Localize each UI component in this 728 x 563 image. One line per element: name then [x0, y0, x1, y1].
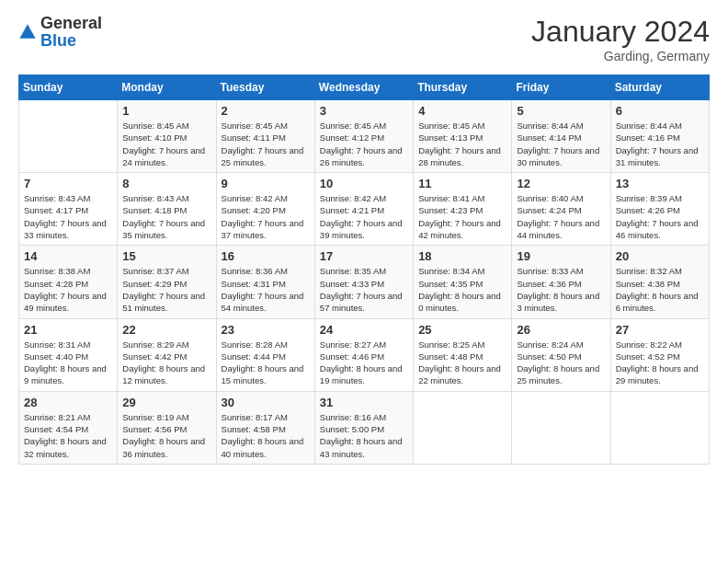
calendar-day-header: Friday	[512, 75, 610, 100]
calendar-week-row: 7 Sunrise: 8:43 AMSunset: 4:17 PMDayligh…	[19, 173, 710, 246]
title-block: January 2024 Garding, Germany	[531, 15, 710, 63]
page-header: General Blue January 2024 Garding, Germa…	[18, 15, 710, 63]
calendar-day-header: Wednesday	[314, 75, 413, 100]
calendar-cell: 10 Sunrise: 8:42 AMSunset: 4:21 PMDaylig…	[314, 173, 413, 246]
calendar-cell: 21 Sunrise: 8:31 AMSunset: 4:40 PMDaylig…	[19, 318, 118, 391]
calendar-cell: 12 Sunrise: 8:40 AMSunset: 4:24 PMDaylig…	[512, 173, 610, 246]
calendar-week-row: 28 Sunrise: 8:21 AMSunset: 4:54 PMDaylig…	[19, 391, 710, 464]
day-info: Sunrise: 8:45 AMSunset: 4:11 PMDaylight:…	[222, 120, 310, 168]
day-number: 29	[122, 396, 210, 409]
day-info: Sunrise: 8:42 AMSunset: 4:20 PMDaylight:…	[222, 192, 310, 241]
calendar-cell: 16 Sunrise: 8:36 AMSunset: 4:31 PMDaylig…	[216, 246, 314, 318]
day-number: 14	[24, 249, 112, 263]
calendar-cell: 27 Sunrise: 8:22 AMSunset: 4:52 PMDaylig…	[610, 318, 709, 391]
day-number: 31	[320, 396, 408, 409]
calendar-cell	[610, 391, 709, 464]
calendar-week-row: 21 Sunrise: 8:31 AMSunset: 4:40 PMDaylig…	[19, 318, 710, 391]
day-number: 3	[320, 104, 408, 118]
calendar-cell: 28 Sunrise: 8:21 AMSunset: 4:54 PMDaylig…	[19, 391, 118, 464]
day-info: Sunrise: 8:40 AMSunset: 4:24 PMDaylight:…	[517, 192, 605, 241]
logo: General Blue	[18, 15, 102, 50]
day-info: Sunrise: 8:42 AMSunset: 4:21 PMDaylight:…	[320, 192, 408, 241]
day-number: 8	[122, 177, 210, 190]
calendar-cell	[414, 391, 512, 464]
calendar-cell: 31 Sunrise: 8:16 AMSunset: 5:00 PMDaylig…	[314, 391, 413, 464]
day-info: Sunrise: 8:31 AMSunset: 4:40 PMDaylight:…	[24, 339, 112, 387]
day-number: 11	[418, 177, 506, 190]
calendar-day-header: Tuesday	[216, 75, 314, 100]
calendar-cell: 13 Sunrise: 8:39 AMSunset: 4:26 PMDaylig…	[610, 173, 709, 246]
day-info: Sunrise: 8:24 AMSunset: 4:50 PMDaylight:…	[517, 339, 605, 387]
svg-marker-0	[19, 24, 35, 38]
calendar-day-header: Saturday	[610, 75, 709, 100]
calendar-cell: 26 Sunrise: 8:24 AMSunset: 4:50 PMDaylig…	[512, 318, 610, 391]
calendar-header-row: SundayMondayTuesdayWednesdayThursdayFrid…	[19, 75, 710, 100]
day-info: Sunrise: 8:25 AMSunset: 4:48 PMDaylight:…	[418, 339, 506, 387]
day-number: 6	[616, 104, 704, 118]
day-info: Sunrise: 8:39 AMSunset: 4:26 PMDaylight:…	[616, 192, 704, 241]
calendar-cell: 2 Sunrise: 8:45 AMSunset: 4:11 PMDayligh…	[216, 100, 314, 173]
day-number: 27	[616, 323, 704, 337]
day-info: Sunrise: 8:27 AMSunset: 4:46 PMDaylight:…	[320, 339, 408, 387]
calendar-cell: 23 Sunrise: 8:28 AMSunset: 4:44 PMDaylig…	[216, 318, 314, 391]
day-number: 2	[222, 104, 310, 118]
calendar-cell: 14 Sunrise: 8:38 AMSunset: 4:28 PMDaylig…	[19, 246, 118, 318]
day-info: Sunrise: 8:38 AMSunset: 4:28 PMDaylight:…	[24, 265, 112, 314]
day-info: Sunrise: 8:37 AMSunset: 4:29 PMDaylight:…	[122, 265, 210, 314]
calendar-cell: 4 Sunrise: 8:45 AMSunset: 4:13 PMDayligh…	[414, 100, 512, 173]
day-number: 12	[517, 177, 605, 190]
day-info: Sunrise: 8:44 AMSunset: 4:14 PMDaylight:…	[517, 120, 605, 168]
day-number: 10	[320, 177, 408, 190]
calendar-cell: 17 Sunrise: 8:35 AMSunset: 4:33 PMDaylig…	[314, 246, 413, 318]
day-info: Sunrise: 8:29 AMSunset: 4:42 PMDaylight:…	[122, 339, 210, 387]
day-info: Sunrise: 8:45 AMSunset: 4:12 PMDaylight:…	[320, 120, 408, 168]
day-number: 15	[122, 249, 210, 263]
day-number: 20	[616, 249, 704, 263]
day-info: Sunrise: 8:45 AMSunset: 4:13 PMDaylight:…	[418, 120, 506, 168]
calendar-cell: 20 Sunrise: 8:32 AMSunset: 4:38 PMDaylig…	[610, 246, 709, 318]
calendar-week-row: 1 Sunrise: 8:45 AMSunset: 4:10 PMDayligh…	[19, 100, 710, 173]
day-info: Sunrise: 8:22 AMSunset: 4:52 PMDaylight:…	[616, 339, 704, 387]
day-number: 19	[517, 249, 605, 263]
calendar-cell: 29 Sunrise: 8:19 AMSunset: 4:56 PMDaylig…	[118, 391, 216, 464]
day-number: 26	[517, 323, 605, 337]
calendar-cell: 19 Sunrise: 8:33 AMSunset: 4:36 PMDaylig…	[512, 246, 610, 318]
calendar-cell: 25 Sunrise: 8:25 AMSunset: 4:48 PMDaylig…	[414, 318, 512, 391]
day-info: Sunrise: 8:41 AMSunset: 4:23 PMDaylight:…	[418, 192, 506, 241]
day-number: 9	[222, 177, 310, 190]
calendar-cell: 5 Sunrise: 8:44 AMSunset: 4:14 PMDayligh…	[512, 100, 610, 173]
calendar-cell	[19, 100, 118, 173]
day-info: Sunrise: 8:43 AMSunset: 4:18 PMDaylight:…	[122, 192, 210, 241]
day-info: Sunrise: 8:36 AMSunset: 4:31 PMDaylight:…	[222, 265, 310, 314]
calendar-cell: 24 Sunrise: 8:27 AMSunset: 4:46 PMDaylig…	[314, 318, 413, 391]
day-number: 18	[418, 249, 506, 263]
calendar-cell: 3 Sunrise: 8:45 AMSunset: 4:12 PMDayligh…	[314, 100, 413, 173]
day-info: Sunrise: 8:19 AMSunset: 4:56 PMDaylight:…	[122, 411, 210, 460]
calendar-cell: 30 Sunrise: 8:17 AMSunset: 4:58 PMDaylig…	[216, 391, 314, 464]
day-info: Sunrise: 8:34 AMSunset: 4:35 PMDaylight:…	[418, 265, 506, 314]
calendar-cell: 9 Sunrise: 8:42 AMSunset: 4:20 PMDayligh…	[216, 173, 314, 246]
calendar-cell: 18 Sunrise: 8:34 AMSunset: 4:35 PMDaylig…	[414, 246, 512, 318]
day-number: 23	[222, 323, 310, 337]
day-info: Sunrise: 8:16 AMSunset: 5:00 PMDaylight:…	[320, 411, 408, 460]
calendar-cell: 1 Sunrise: 8:45 AMSunset: 4:10 PMDayligh…	[118, 100, 216, 173]
calendar-cell: 8 Sunrise: 8:43 AMSunset: 4:18 PMDayligh…	[118, 173, 216, 246]
day-info: Sunrise: 8:33 AMSunset: 4:36 PMDaylight:…	[517, 265, 605, 314]
calendar-day-header: Monday	[118, 75, 216, 100]
day-number: 25	[418, 323, 506, 337]
calendar-cell: 22 Sunrise: 8:29 AMSunset: 4:42 PMDaylig…	[118, 318, 216, 391]
calendar-cell: 11 Sunrise: 8:41 AMSunset: 4:23 PMDaylig…	[414, 173, 512, 246]
calendar-cell: 6 Sunrise: 8:44 AMSunset: 4:16 PMDayligh…	[610, 100, 709, 173]
month-title: January 2024	[531, 15, 710, 49]
logo-text: General Blue	[40, 15, 102, 50]
day-info: Sunrise: 8:21 AMSunset: 4:54 PMDaylight:…	[24, 411, 112, 460]
day-info: Sunrise: 8:43 AMSunset: 4:17 PMDaylight:…	[24, 192, 112, 241]
day-number: 13	[616, 177, 704, 190]
day-number: 28	[24, 396, 112, 409]
day-number: 4	[418, 104, 506, 118]
day-number: 1	[122, 104, 210, 118]
day-number: 17	[320, 249, 408, 263]
logo-blue: Blue	[40, 31, 76, 50]
day-number: 5	[517, 104, 605, 118]
day-info: Sunrise: 8:28 AMSunset: 4:44 PMDaylight:…	[222, 339, 310, 387]
